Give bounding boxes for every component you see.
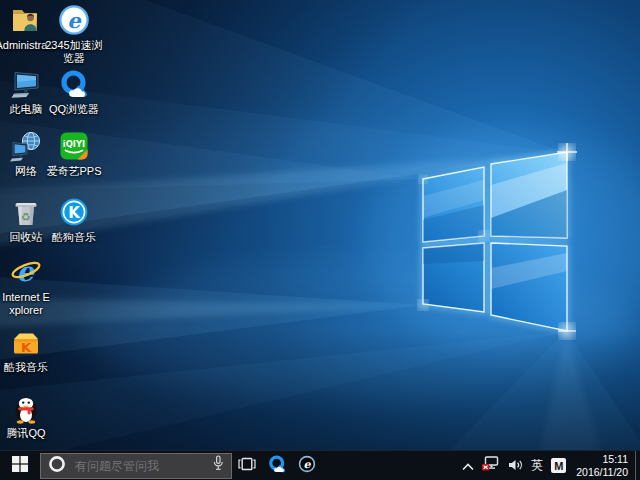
icon-label: 回收站 [10, 231, 43, 244]
svg-text:K: K [68, 204, 81, 222]
taskbar-qq-browser[interactable] [262, 451, 292, 480]
svg-text:♻: ♻ [21, 211, 31, 224]
qq-browser-icon [267, 454, 287, 478]
tray-expand-button[interactable] [458, 451, 478, 480]
windows-logo-icon [12, 456, 28, 476]
icon-label: 酷我音乐 [4, 361, 48, 374]
icon-label: QQ浏览器 [49, 103, 99, 116]
task-view-icon [238, 457, 256, 475]
desktop-icon-internet-explorer[interactable]: e Internet Explorer [0, 256, 52, 317]
input-language-indicator[interactable]: 英 [527, 457, 547, 474]
task-view-button[interactable] [232, 451, 262, 480]
svg-text:iQIYI: iQIYI [63, 139, 85, 149]
taskbar-clock[interactable]: 15:11 2016/11/20 [570, 453, 635, 479]
icon-label: 爱奇艺PPS [46, 165, 101, 178]
ime-badge[interactable]: M [551, 458, 566, 473]
kuwo-music-icon: ♪ ♪ K [10, 326, 42, 358]
tencent-qq-icon [10, 392, 42, 424]
icon-label: Internet Explorer [0, 291, 52, 317]
2345-browser-icon: e [298, 455, 316, 477]
start-button[interactable] [0, 451, 40, 480]
system-tray: 英 M 15:11 2016/11/20 [458, 451, 640, 480]
this-pc-icon [10, 68, 42, 100]
cortana-search-box[interactable] [40, 453, 232, 479]
desktop-icon-qq-browser[interactable]: QQ浏览器 [44, 68, 104, 116]
iqiyi-icon: iQIYI [58, 130, 90, 162]
speaker-icon [508, 457, 523, 475]
desktop-icon-iqiyi-pps[interactable]: iQIYI 爱奇艺PPS [44, 130, 104, 178]
network-icon [10, 130, 42, 162]
network-disconnected-icon [482, 456, 500, 475]
cortana-icon [48, 455, 66, 477]
icon-label: 腾讯QQ [6, 427, 45, 440]
clock-time: 15:11 [576, 453, 628, 466]
svg-text:♪: ♪ [28, 327, 32, 335]
user-folder-icon [10, 4, 42, 36]
svg-text:K: K [21, 340, 32, 355]
icon-label: 酷狗音乐 [52, 231, 96, 244]
kugou-music-icon: K [58, 196, 90, 228]
windows-desktop: Administra... e 2345加速浏览器 此电脑 [0, 0, 640, 480]
desktop-icon-kugou-music[interactable]: K 酷狗音乐 [44, 196, 104, 244]
desktop-icon-kuwo-music[interactable]: ♪ ♪ K 酷我音乐 [0, 326, 52, 374]
taskbar-2345-browser[interactable]: e [292, 451, 322, 480]
icon-label: 网络 [15, 165, 37, 178]
svg-text:e: e [67, 8, 82, 33]
svg-text:e: e [304, 458, 312, 471]
clock-date: 2016/11/20 [576, 466, 628, 479]
internet-explorer-icon: e [10, 256, 42, 288]
desktop-icon-2345-browser[interactable]: e 2345加速浏览器 [44, 4, 104, 65]
icon-label: 此电脑 [10, 103, 43, 116]
microphone-icon[interactable] [213, 455, 224, 476]
show-desktop-button[interactable] [635, 451, 640, 480]
taskbar: e [0, 450, 640, 480]
recycle-bin-icon: ♻ [10, 196, 42, 228]
search-input[interactable] [73, 458, 213, 474]
desktop-icon-tencent-qq[interactable]: 腾讯QQ [0, 392, 52, 440]
qq-browser-icon [58, 68, 90, 100]
icon-label: 2345加速浏览器 [44, 39, 104, 65]
network-status-button[interactable] [478, 451, 504, 480]
chevron-up-icon [462, 457, 474, 475]
volume-button[interactable] [504, 451, 527, 480]
2345-browser-icon: e [58, 4, 90, 36]
